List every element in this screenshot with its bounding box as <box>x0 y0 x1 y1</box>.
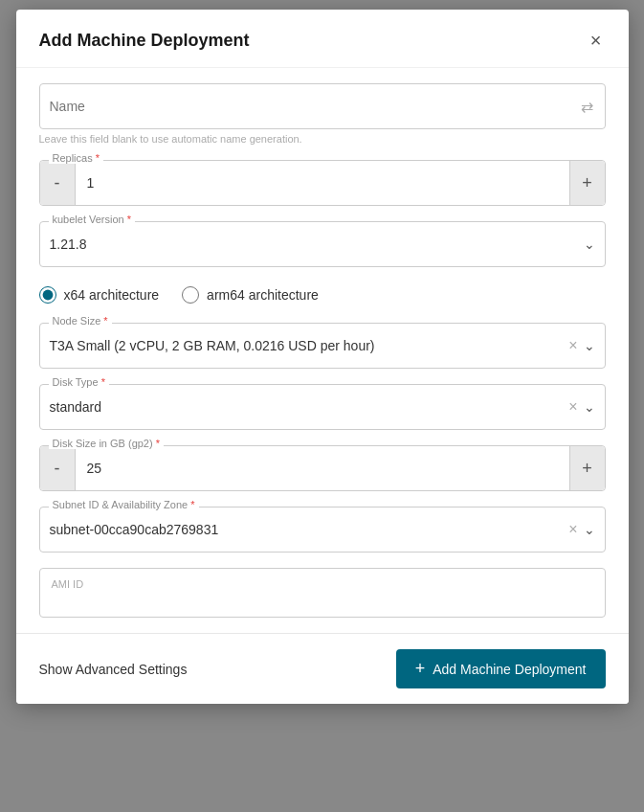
node-size-label: Node Size * <box>49 315 112 327</box>
add-button-label: Add Machine Deployment <box>433 662 586 677</box>
disk-type-label: Disk Type * <box>49 376 109 388</box>
disk-size-input[interactable] <box>75 446 570 490</box>
add-machine-deployment-modal: Add Machine Deployment × ⇄ Leave this fi… <box>16 10 629 704</box>
kubelet-version-select[interactable]: 1.21.8 ⌄ <box>39 221 606 267</box>
x64-radio[interactable] <box>39 286 56 304</box>
name-input[interactable] <box>50 99 579 114</box>
disk-size-label: Disk Size in GB (gp2) * <box>49 438 165 449</box>
replicas-plus-button[interactable]: + <box>570 161 605 205</box>
node-size-chevron-icon: ⌄ <box>584 338 595 353</box>
add-machine-deployment-button[interactable]: + Add Machine Deployment <box>396 649 606 688</box>
disk-size-field-group: Disk Size in GB (gp2) * - + <box>39 445 606 491</box>
subnet-field-group: Subnet ID & Availability Zone * subnet-0… <box>39 507 606 553</box>
disk-type-select[interactable]: standard × ⌄ <box>39 384 606 430</box>
modal-body: ⇄ Leave this field blank to use automati… <box>16 68 629 633</box>
architecture-radio-group: x64 architecture arm64 architecture <box>39 282 606 307</box>
subnet-select[interactable]: subnet-00cca90cab2769831 × ⌄ <box>39 507 606 553</box>
node-size-select[interactable]: T3A Small (2 vCPU, 2 GB RAM, 0.0216 USD … <box>39 323 606 369</box>
subnet-label: Subnet ID & Availability Zone * <box>49 499 199 510</box>
modal-title: Add Machine Deployment <box>39 31 250 51</box>
replicas-label: Replicas * <box>49 152 104 164</box>
subnet-chevron-icon: ⌄ <box>584 522 595 537</box>
disk-size-minus-button[interactable]: - <box>40 446 75 490</box>
node-size-clear-button[interactable]: × <box>568 337 577 354</box>
disk-type-field-group: Disk Type * standard × ⌄ <box>39 384 606 430</box>
arm64-label: arm64 architecture <box>207 287 319 303</box>
disk-type-chevron-icon: ⌄ <box>584 399 595 415</box>
subnet-value: subnet-00cca90cab2769831 <box>50 522 569 537</box>
disk-size-plus-button[interactable]: + <box>570 446 605 490</box>
shuffle-button[interactable]: ⇄ <box>579 96 595 118</box>
name-field-group: ⇄ Leave this field blank to use automati… <box>39 83 606 145</box>
arm64-radio-item[interactable]: arm64 architecture <box>182 286 319 304</box>
arm64-radio[interactable] <box>182 286 199 304</box>
node-size-field-group: Node Size * T3A Small (2 vCPU, 2 GB RAM,… <box>39 323 606 369</box>
add-button-plus-icon: + <box>415 659 426 679</box>
name-input-wrapper: ⇄ <box>39 83 606 129</box>
ami-label: AMI ID <box>52 578 593 590</box>
disk-type-value: standard <box>50 399 569 415</box>
x64-radio-item[interactable]: x64 architecture <box>39 286 160 304</box>
kubelet-version-label: kubelet Version * <box>49 214 136 225</box>
subnet-clear-button[interactable]: × <box>568 521 577 538</box>
disk-size-stepper: - + <box>39 445 606 491</box>
kubelet-version-field-group: kubelet Version * 1.21.8 ⌄ <box>39 221 606 267</box>
modal-footer: Show Advanced Settings + Add Machine Dep… <box>16 633 629 704</box>
kubelet-version-value: 1.21.8 <box>50 237 584 252</box>
x64-label: x64 architecture <box>64 287 160 303</box>
kubelet-version-chevron-icon: ⌄ <box>584 237 595 252</box>
node-size-value: T3A Small (2 vCPU, 2 GB RAM, 0.0216 USD … <box>50 338 569 353</box>
replicas-field-group: - + Replicas * <box>39 160 606 206</box>
ami-input[interactable] <box>52 593 593 608</box>
name-hint: Leave this field blank to use automatic … <box>39 133 606 145</box>
replicas-minus-button[interactable]: - <box>40 161 75 205</box>
modal-header: Add Machine Deployment × <box>16 10 629 68</box>
replicas-input[interactable] <box>75 161 570 205</box>
disk-type-clear-button[interactable]: × <box>568 398 577 416</box>
show-advanced-settings-button[interactable]: Show Advanced Settings <box>39 662 188 677</box>
replicas-stepper: - + <box>39 160 606 206</box>
ami-field-group: AMI ID <box>39 568 606 618</box>
close-button[interactable]: × <box>587 29 606 52</box>
